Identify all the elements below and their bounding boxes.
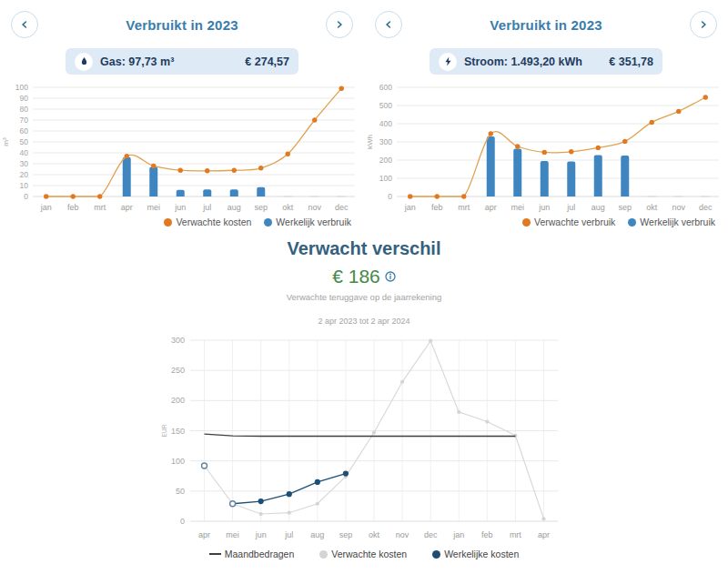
svg-text:feb: feb [431, 203, 443, 212]
svg-text:70: 70 [20, 116, 29, 125]
legend-item-werkelijk-verbruik[interactable]: Werkelijk verbruik [264, 217, 351, 227]
svg-text:dec: dec [699, 203, 713, 212]
legend-line-marker [209, 553, 221, 555]
svg-text:dec: dec [335, 203, 349, 212]
svg-text:feb: feb [67, 203, 79, 212]
svg-text:jun: jun [255, 530, 267, 539]
svg-text:apr: apr [538, 530, 550, 539]
svg-text:600: 600 [379, 83, 392, 92]
legend-label: Verwachte kosten [176, 217, 251, 227]
stroom-next-period-button[interactable] [690, 11, 717, 38]
legend-item-verwachte-kosten[interactable]: Verwachte kosten [164, 217, 251, 227]
svg-text:jan: jan [452, 530, 464, 539]
gas-legend: Verwachte kosten Werkelijk verbruik [0, 217, 364, 227]
svg-text:jul: jul [202, 203, 211, 212]
chevron-right-icon [335, 20, 344, 29]
svg-text:60: 60 [20, 126, 29, 136]
legend-dot [628, 218, 636, 227]
svg-text:mrt: mrt [510, 530, 521, 539]
stroom-legend: Verwachte verbruik Werkelijk verbruik [364, 217, 728, 227]
legend-item-verwachte-kosten[interactable]: Verwachte kosten [319, 549, 407, 559]
chevron-left-icon [384, 20, 393, 29]
svg-text:jul: jul [566, 203, 575, 212]
svg-text:100: 100 [379, 174, 392, 183]
legend-label: Werkelijk verbruik [276, 217, 351, 227]
svg-text:nov: nov [308, 203, 321, 212]
svg-text:100: 100 [15, 83, 28, 92]
legend-label: Werkelijk verbruik [640, 217, 715, 227]
chevron-right-icon [699, 20, 708, 29]
svg-text:m³: m³ [2, 137, 10, 146]
svg-text:okt: okt [369, 530, 380, 539]
legend-label: Maandbedragen [225, 549, 294, 559]
forecast-subtitle: Verwachte teruggave op de jaarrekening [0, 292, 728, 302]
svg-text:jun: jun [174, 203, 186, 212]
forecast-title: Verwacht verschil [0, 238, 728, 259]
svg-text:500: 500 [379, 101, 392, 110]
gas-cost-value: € 274,57 [245, 55, 289, 68]
svg-text:mei: mei [147, 203, 160, 212]
legend-item-maandbedragen[interactable]: Maandbedragen [209, 549, 294, 559]
legend-dot [432, 550, 440, 559]
svg-text:kWh: kWh [366, 135, 374, 149]
gas-consumption-chart[interactable]: 0102030405060708090100m³janfebmrtaprmeij… [0, 80, 364, 217]
svg-text:150: 150 [171, 427, 185, 436]
svg-text:80: 80 [20, 105, 29, 114]
stroom-panel-title: Verbruikt in 2023 [402, 17, 690, 33]
legend-dot [164, 218, 172, 227]
legend-label: Verwachte verbruik [534, 217, 615, 227]
stroom-panel-header: Verbruikt in 2023 [364, 4, 728, 38]
forecast-chart[interactable]: aprmeijunjulaugsepoktnovdecjanfebmrtapr0… [159, 331, 569, 545]
svg-text:apr: apr [121, 203, 133, 212]
svg-text:mei: mei [511, 203, 524, 212]
forecast-legend: Maandbedragen Verwachte kosten Werkelijk… [0, 549, 728, 559]
lightning-icon [439, 53, 457, 71]
legend-label: Verwachte kosten [331, 549, 407, 559]
forecast-panel: Verwacht verschil € 186 Verwachte terugg… [0, 238, 728, 559]
svg-text:nov: nov [396, 530, 410, 539]
gas-next-period-button[interactable] [326, 11, 353, 38]
gas-panel-header: Verbruikt in 2023 [0, 4, 364, 38]
gas-usage-value: Gas: 97,73 m³ [100, 55, 174, 68]
svg-text:sep: sep [254, 203, 268, 212]
flame-icon [75, 53, 93, 71]
svg-text:300: 300 [379, 137, 392, 146]
svg-text:0: 0 [388, 192, 392, 201]
svg-text:sep: sep [339, 530, 353, 539]
svg-text:jan: jan [404, 203, 416, 212]
gas-panel: Verbruikt in 2023 Gas: 97,73 m³ € 274,57… [0, 4, 364, 227]
svg-text:20: 20 [20, 170, 29, 179]
legend-item-verwachte-verbruik[interactable]: Verwachte verbruik [522, 217, 615, 227]
svg-text:200: 200 [379, 156, 392, 165]
svg-text:jul: jul [284, 530, 293, 539]
forecast-date-range: 2 apr 2023 tot 2 apr 2024 [0, 317, 728, 326]
svg-text:0: 0 [24, 192, 28, 201]
svg-text:200: 200 [171, 396, 185, 405]
stroom-consumption-chart[interactable]: 0100200300400500600kWhjanfebmrtaprmeijun… [364, 80, 728, 217]
stroom-panel: Verbruikt in 2023 Stroom: 1.493,20 kWh €… [364, 4, 728, 227]
svg-text:nov: nov [672, 203, 685, 212]
info-icon[interactable] [385, 271, 396, 282]
svg-text:10: 10 [20, 181, 29, 190]
svg-text:30: 30 [20, 159, 29, 168]
svg-text:mei: mei [226, 530, 239, 539]
svg-text:apr: apr [485, 203, 497, 212]
stroom-cost-value: € 351,78 [609, 55, 653, 68]
svg-text:feb: feb [481, 530, 493, 539]
svg-text:jan: jan [40, 203, 52, 212]
svg-text:250: 250 [171, 366, 185, 375]
consumption-panels: Verbruikt in 2023 Gas: 97,73 m³ € 274,57… [0, 4, 728, 227]
svg-text:jun: jun [538, 203, 550, 212]
svg-text:mrt: mrt [94, 203, 106, 212]
stroom-prev-period-button[interactable] [375, 11, 402, 38]
svg-text:50: 50 [20, 137, 29, 146]
svg-text:50: 50 [176, 487, 185, 496]
gas-prev-period-button[interactable] [11, 11, 38, 38]
legend-dot [522, 218, 531, 227]
svg-text:90: 90 [20, 94, 29, 103]
legend-item-werkelijke-kosten[interactable]: Werkelijke kosten [432, 549, 519, 559]
svg-text:mrt: mrt [458, 203, 470, 212]
legend-item-werkelijk-verbruik[interactable]: Werkelijk verbruik [628, 217, 715, 227]
forecast-amount: € 186 [332, 266, 380, 287]
svg-text:apr: apr [198, 530, 210, 539]
